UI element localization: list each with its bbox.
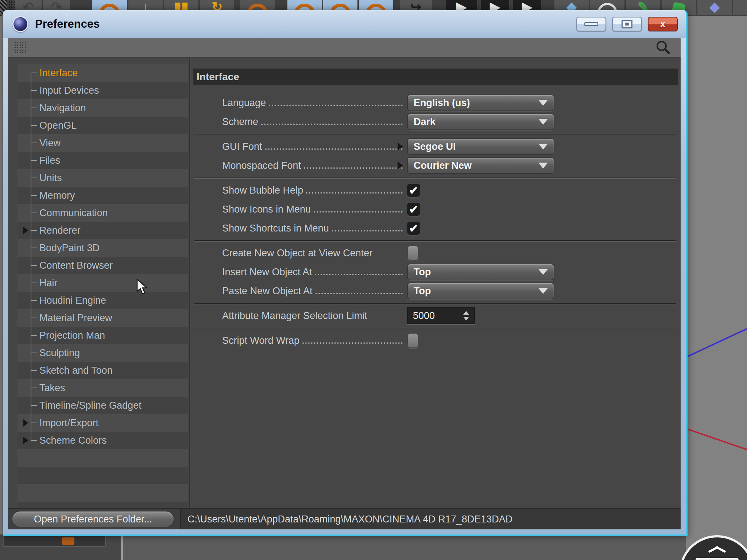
tree-tick <box>31 353 37 353</box>
dotted-leader <box>332 230 403 232</box>
dropdown-paste-new-object-at[interactable]: Top <box>407 283 554 299</box>
drag-handle-icon[interactable] <box>14 41 27 54</box>
dropdown-monospaced-font[interactable]: Courier New <box>407 157 554 174</box>
material-thumbnail <box>3 535 106 547</box>
sidebar-item-label: Content Browser <box>39 260 113 271</box>
setting-row-insert-new-object-at: Insert New Object AtTop <box>193 262 678 281</box>
sidebar-item-takes[interactable]: Takes <box>8 379 189 397</box>
panel-header: Interface <box>193 69 678 85</box>
dotted-leader <box>314 211 403 213</box>
setting-row-show-shortcuts-in-menu: Show Shortcuts in Menu✔ <box>193 219 678 238</box>
sidebar-item-label: BodyPaint 3D <box>39 242 100 254</box>
sidebar-item-timeline-spline-gadget[interactable]: Timeline/Spline Gadget <box>8 397 189 414</box>
sidebar-item-label: Material Preview <box>39 312 112 324</box>
chevron-down-icon <box>538 144 548 149</box>
sidebar-item-units[interactable]: Units <box>8 169 189 187</box>
setting-label: Show Bubble Help <box>222 185 303 196</box>
sidebar-item-sculpting[interactable]: Sculpting <box>8 344 189 362</box>
cinema4d-logo-icon <box>12 16 28 32</box>
setting-row-monospaced-font: Monospaced FontCourier New <box>193 156 678 175</box>
preferences-sidebar: InterfaceInput DevicesNavigationOpenGLVi… <box>8 58 189 508</box>
sidebar-stripe <box>18 484 188 502</box>
dotted-leader <box>261 124 403 125</box>
sidebar-item-label: View <box>39 137 61 149</box>
dropdown-language[interactable]: English (us) <box>407 94 554 111</box>
checkbox-show-shortcuts-in-menu[interactable]: ✔ <box>407 222 420 235</box>
sidebar-item-opengl[interactable]: OpenGL <box>8 117 189 134</box>
sidebar-item-houdini-engine[interactable]: Houdini Engine <box>8 292 189 309</box>
tree-tick <box>31 440 37 441</box>
number-value: 5000 <box>413 310 435 322</box>
sidebar-item-communication[interactable]: Communication <box>8 204 189 222</box>
sidebar-item-projection-man[interactable]: Projection Man <box>8 327 189 344</box>
checkbox-create-new-object-at-view-center[interactable] <box>407 245 419 261</box>
sidebar-item-content-browser[interactable]: Content Browser <box>8 257 189 274</box>
sidebar-item-label: Files <box>39 155 60 166</box>
tree-tick <box>31 195 37 196</box>
sidebar-item-label: Renderer <box>39 225 81 236</box>
expand-triangle-icon[interactable] <box>23 227 28 234</box>
tree-tick <box>31 125 37 126</box>
sidebar-item-navigation[interactable]: Navigation <box>8 99 189 117</box>
expand-triangle-icon[interactable] <box>23 437 28 444</box>
sidebar-item-scheme-colors[interactable]: Scheme Colors <box>8 432 189 449</box>
sidebar-item-sketch-and-toon[interactable]: Sketch and Toon <box>8 362 189 379</box>
sidebar-item-input-devices[interactable]: Input Devices <box>8 82 189 99</box>
setting-label: Scheme <box>222 116 258 128</box>
close-button[interactable]: x <box>648 17 678 31</box>
setting-label: Show Icons in Menu <box>222 204 311 215</box>
viewport-z-axis <box>684 328 747 359</box>
chevron-down-icon <box>538 163 548 168</box>
maximize-button[interactable] <box>612 17 642 31</box>
setting-label: Show Shortcuts in Menu <box>222 223 329 234</box>
sidebar-item-view[interactable]: View <box>8 134 189 152</box>
dialog-titlebar[interactable]: Preferences x <box>3 10 686 38</box>
material-panel-edge <box>0 534 121 560</box>
tree-tick <box>31 405 37 406</box>
number-input-attribute-manager-selection-limit[interactable]: 5000 <box>407 307 475 324</box>
expand-triangle-icon[interactable] <box>23 419 28 427</box>
separator <box>194 325 676 331</box>
minimize-button[interactable] <box>576 17 606 31</box>
tree-tick <box>31 160 37 161</box>
dialog-title: Preferences <box>35 18 100 31</box>
tree-tick <box>31 248 37 248</box>
sidebar-item-interface[interactable]: Interface <box>8 64 189 82</box>
checkbox-show-icons-in-menu[interactable]: ✔ <box>407 203 420 216</box>
tree-tick <box>31 423 37 423</box>
search-icon[interactable] <box>657 41 667 51</box>
sidebar-item-label: Timeline/Spline Gadget <box>39 400 142 411</box>
setting-row-show-bubble-help: Show Bubble Help✔ <box>193 181 678 200</box>
dropdown-gui-font[interactable]: Segoe UI <box>407 138 554 155</box>
sidebar-item-memory[interactable]: Memory <box>8 187 189 204</box>
dropdown-scheme[interactable]: Dark <box>407 113 554 130</box>
separator <box>194 300 676 306</box>
sidebar-item-label: Houdini Engine <box>39 295 106 306</box>
dropdown-value: Top <box>414 267 431 278</box>
close-icon: x <box>660 19 666 29</box>
sidebar-item-renderer[interactable]: Renderer <box>8 222 189 239</box>
extra-tool-icon[interactable] <box>733 0 747 15</box>
chevron-up-icon <box>709 545 725 554</box>
sidebar-item-files[interactable]: Files <box>8 152 189 169</box>
checkbox-show-bubble-help[interactable]: ✔ <box>407 184 420 197</box>
chevron-down-icon <box>538 119 548 125</box>
dropdown-insert-new-object-at[interactable]: Top <box>407 264 554 280</box>
sidebar-item-material-preview[interactable]: Material Preview <box>8 309 189 327</box>
dialog-body: InterfaceInput DevicesNavigationOpenGLVi… <box>8 38 681 529</box>
stepper-arrows-icon[interactable] <box>463 311 469 320</box>
sidebar-item-label: Navigation <box>39 102 86 114</box>
setting-row-scheme: SchemeDark <box>193 112 678 131</box>
sidebar-item-bodypaint-3d[interactable]: BodyPaint 3D <box>8 239 189 257</box>
dotted-leader <box>269 105 403 106</box>
keyboard-icon <box>696 558 739 560</box>
open-preferences-folder-button[interactable]: Open Preferences Folder... <box>12 511 174 528</box>
dialog-footer: Open Preferences Folder... C:\Users\Uten… <box>8 508 681 529</box>
setting-row-create-new-object-at-view-center: Create New Object at View Center <box>193 244 678 262</box>
sidebar-item-hair[interactable]: Hair <box>8 274 189 292</box>
checkbox-script-word-wrap[interactable] <box>407 333 419 348</box>
sidebar-item-import-export[interactable]: Import/Export <box>8 414 189 432</box>
maximize-icon <box>622 20 632 28</box>
generator-icon[interactable]: ◆ <box>697 0 732 15</box>
onscreen-keyboard-button[interactable] <box>679 535 747 560</box>
